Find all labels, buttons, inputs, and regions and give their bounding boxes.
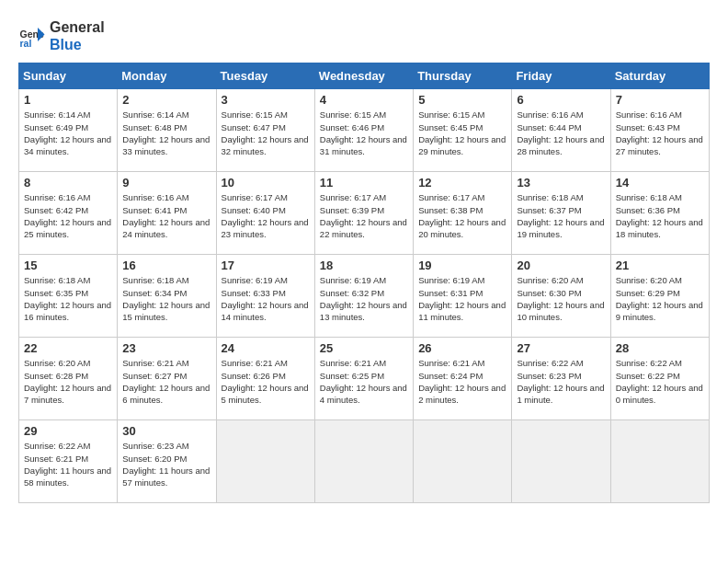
calendar-cell: 22Sunrise: 6:20 AMSunset: 6:28 PMDayligh… xyxy=(19,338,118,420)
day-info: Sunrise: 6:18 AMSunset: 6:34 PMDaylight:… xyxy=(122,274,210,323)
calendar-cell: 12Sunrise: 6:17 AMSunset: 6:38 PMDayligh… xyxy=(414,172,512,255)
calendar-cell: 4Sunrise: 6:15 AMSunset: 6:46 PMDaylight… xyxy=(314,89,413,172)
day-info: Sunrise: 6:18 AMSunset: 6:36 PMDaylight:… xyxy=(616,191,704,240)
day-info: Sunrise: 6:20 AMSunset: 6:28 PMDaylight:… xyxy=(24,357,112,406)
day-info: Sunrise: 6:19 AMSunset: 6:32 PMDaylight:… xyxy=(320,274,408,323)
calendar-cell: 24Sunrise: 6:21 AMSunset: 6:26 PMDayligh… xyxy=(216,338,314,420)
day-info: Sunrise: 6:15 AMSunset: 6:46 PMDaylight:… xyxy=(320,109,408,157)
day-number: 27 xyxy=(517,341,605,355)
calendar-cell: 17Sunrise: 6:19 AMSunset: 6:33 PMDayligh… xyxy=(216,255,314,338)
calendar-cell xyxy=(610,420,709,503)
calendar-body: 1Sunrise: 6:14 AMSunset: 6:49 PMDaylight… xyxy=(19,89,710,503)
day-number: 28 xyxy=(616,341,704,355)
day-info: Sunrise: 6:16 AMSunset: 6:42 PMDaylight:… xyxy=(24,191,112,240)
calendar-cell: 11Sunrise: 6:17 AMSunset: 6:39 PMDayligh… xyxy=(314,172,413,255)
day-number: 12 xyxy=(418,176,506,190)
day-info: Sunrise: 6:21 AMSunset: 6:24 PMDaylight:… xyxy=(418,357,506,406)
day-info: Sunrise: 6:20 AMSunset: 6:29 PMDaylight:… xyxy=(616,274,704,323)
logo-icon: Gene ral xyxy=(18,22,46,50)
calendar-cell xyxy=(512,420,610,503)
weekday-header: Monday xyxy=(118,63,216,89)
day-number: 19 xyxy=(418,259,506,272)
calendar-cell xyxy=(314,420,413,503)
calendar-cell: 1Sunrise: 6:14 AMSunset: 6:49 PMDaylight… xyxy=(19,89,118,172)
day-info: Sunrise: 6:22 AMSunset: 6:21 PMDaylight:… xyxy=(24,440,112,488)
calendar-cell: 13Sunrise: 6:18 AMSunset: 6:37 PMDayligh… xyxy=(512,172,610,255)
weekday-header: Wednesday xyxy=(314,63,413,89)
calendar-cell: 14Sunrise: 6:18 AMSunset: 6:36 PMDayligh… xyxy=(610,172,709,255)
day-number: 20 xyxy=(517,259,605,272)
day-number: 29 xyxy=(24,424,112,438)
day-info: Sunrise: 6:22 AMSunset: 6:22 PMDaylight:… xyxy=(616,357,704,406)
day-info: Sunrise: 6:17 AMSunset: 6:40 PMDaylight:… xyxy=(222,191,310,240)
day-number: 13 xyxy=(517,176,605,190)
day-number: 3 xyxy=(222,93,310,107)
day-number: 2 xyxy=(122,93,210,107)
calendar-table: SundayMondayTuesdayWednesdayThursdayFrid… xyxy=(18,63,710,503)
calendar-cell: 30Sunrise: 6:23 AMSunset: 6:20 PMDayligh… xyxy=(118,420,216,503)
day-info: Sunrise: 6:22 AMSunset: 6:23 PMDaylight:… xyxy=(517,357,605,406)
day-info: Sunrise: 6:15 AMSunset: 6:47 PMDaylight:… xyxy=(222,109,310,157)
calendar-cell xyxy=(216,420,314,503)
day-number: 18 xyxy=(320,259,408,272)
day-info: Sunrise: 6:15 AMSunset: 6:45 PMDaylight:… xyxy=(418,109,506,157)
calendar-cell: 29Sunrise: 6:22 AMSunset: 6:21 PMDayligh… xyxy=(19,420,118,503)
weekday-header: Friday xyxy=(512,63,610,89)
calendar-cell: 3Sunrise: 6:15 AMSunset: 6:47 PMDaylight… xyxy=(216,89,314,172)
day-number: 26 xyxy=(418,341,506,355)
day-info: Sunrise: 6:21 AMSunset: 6:26 PMDaylight:… xyxy=(222,357,310,406)
day-number: 7 xyxy=(616,93,704,107)
day-info: Sunrise: 6:18 AMSunset: 6:37 PMDaylight:… xyxy=(517,191,605,240)
calendar-cell: 2Sunrise: 6:14 AMSunset: 6:48 PMDaylight… xyxy=(118,89,216,172)
calendar-cell: 15Sunrise: 6:18 AMSunset: 6:35 PMDayligh… xyxy=(19,255,118,338)
day-number: 23 xyxy=(122,341,210,355)
day-number: 1 xyxy=(24,93,112,107)
day-number: 8 xyxy=(24,176,112,190)
day-info: Sunrise: 6:19 AMSunset: 6:31 PMDaylight:… xyxy=(418,274,506,323)
weekday-header: Saturday xyxy=(610,63,709,89)
logo: Gene ral General Blue xyxy=(18,18,105,53)
calendar-cell: 21Sunrise: 6:20 AMSunset: 6:29 PMDayligh… xyxy=(610,255,709,338)
page-header: Gene ral General Blue xyxy=(18,18,710,53)
calendar-week-row: 15Sunrise: 6:18 AMSunset: 6:35 PMDayligh… xyxy=(19,255,710,338)
day-number: 5 xyxy=(418,93,506,107)
day-info: Sunrise: 6:16 AMSunset: 6:41 PMDaylight:… xyxy=(122,191,210,240)
calendar-cell: 9Sunrise: 6:16 AMSunset: 6:41 PMDaylight… xyxy=(118,172,216,255)
day-info: Sunrise: 6:21 AMSunset: 6:25 PMDaylight:… xyxy=(320,357,408,406)
calendar-cell: 10Sunrise: 6:17 AMSunset: 6:40 PMDayligh… xyxy=(216,172,314,255)
calendar-cell xyxy=(414,420,512,503)
calendar-cell: 16Sunrise: 6:18 AMSunset: 6:34 PMDayligh… xyxy=(118,255,216,338)
day-info: Sunrise: 6:19 AMSunset: 6:33 PMDaylight:… xyxy=(222,274,310,323)
calendar-week-row: 1Sunrise: 6:14 AMSunset: 6:49 PMDaylight… xyxy=(19,89,710,172)
calendar-cell: 26Sunrise: 6:21 AMSunset: 6:24 PMDayligh… xyxy=(414,338,512,420)
day-number: 14 xyxy=(616,176,704,190)
calendar-cell: 27Sunrise: 6:22 AMSunset: 6:23 PMDayligh… xyxy=(512,338,610,420)
calendar-cell: 5Sunrise: 6:15 AMSunset: 6:45 PMDaylight… xyxy=(414,89,512,172)
day-number: 22 xyxy=(24,341,112,355)
day-info: Sunrise: 6:17 AMSunset: 6:39 PMDaylight:… xyxy=(320,191,408,240)
day-number: 15 xyxy=(24,259,112,272)
day-info: Sunrise: 6:18 AMSunset: 6:35 PMDaylight:… xyxy=(24,274,112,323)
day-info: Sunrise: 6:16 AMSunset: 6:43 PMDaylight:… xyxy=(616,109,704,157)
day-number: 11 xyxy=(320,176,408,190)
weekday-header: Thursday xyxy=(414,63,512,89)
day-number: 6 xyxy=(517,93,605,107)
day-info: Sunrise: 6:14 AMSunset: 6:49 PMDaylight:… xyxy=(24,109,112,157)
day-info: Sunrise: 6:20 AMSunset: 6:30 PMDaylight:… xyxy=(517,274,605,323)
day-number: 9 xyxy=(122,176,210,190)
calendar-week-row: 29Sunrise: 6:22 AMSunset: 6:21 PMDayligh… xyxy=(19,420,710,503)
calendar-cell: 25Sunrise: 6:21 AMSunset: 6:25 PMDayligh… xyxy=(314,338,413,420)
day-number: 30 xyxy=(122,424,210,438)
calendar-cell: 7Sunrise: 6:16 AMSunset: 6:43 PMDaylight… xyxy=(610,89,709,172)
day-number: 24 xyxy=(222,341,310,355)
day-number: 4 xyxy=(320,93,408,107)
calendar-cell: 18Sunrise: 6:19 AMSunset: 6:32 PMDayligh… xyxy=(314,255,413,338)
day-info: Sunrise: 6:21 AMSunset: 6:27 PMDaylight:… xyxy=(122,357,210,406)
weekday-header: Tuesday xyxy=(216,63,314,89)
day-info: Sunrise: 6:16 AMSunset: 6:44 PMDaylight:… xyxy=(517,109,605,157)
day-info: Sunrise: 6:17 AMSunset: 6:38 PMDaylight:… xyxy=(418,191,506,240)
day-info: Sunrise: 6:23 AMSunset: 6:20 PMDaylight:… xyxy=(122,440,210,488)
day-info: Sunrise: 6:14 AMSunset: 6:48 PMDaylight:… xyxy=(122,109,210,157)
calendar-cell: 28Sunrise: 6:22 AMSunset: 6:22 PMDayligh… xyxy=(610,338,709,420)
day-number: 10 xyxy=(222,176,310,190)
